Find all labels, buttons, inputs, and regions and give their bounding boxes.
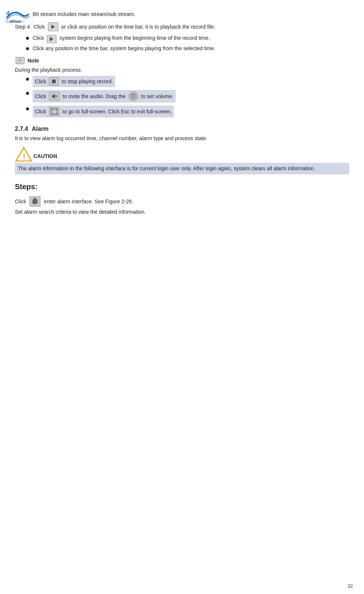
stop-icon[interactable] [49, 77, 59, 85]
note-mute-highlight: Click to mute the audio. Drag the [33, 90, 176, 103]
note-desc: During the playback process: [15, 67, 349, 73]
svg-text:TECHNOLOGY: TECHNOLOGY [5, 20, 24, 23]
steps-click-line: Click enter alarm interface. See Figure … [15, 196, 349, 207]
section-274: 2.7.4 Alarm [15, 126, 349, 132]
steps-click-rest: enter alarm interface. See Figure 2-26. [44, 198, 133, 204]
bullet-dot [26, 47, 29, 50]
svg-marker-8 [52, 94, 55, 99]
sub-bullet-1-rest: system begins playing from the beginning… [59, 35, 210, 41]
caution-header: ! CAUTION [15, 146, 349, 162]
note-fullscreen-highlight: Click to go to full-screen. Click Esc to… [33, 106, 174, 117]
bullet-dot [26, 107, 29, 110]
fullscreen-icon[interactable] [49, 107, 59, 116]
caution-text: The alarm information in the following i… [15, 163, 349, 174]
steps-click-label: Click [15, 198, 26, 204]
step4-click-label: Click [33, 24, 45, 30]
logo: alhua d TECHNOLOGY [4, 4, 33, 26]
steps-set-line: Set alarm search criteria to view the de… [15, 209, 349, 215]
caution-triangle-icon: ! [15, 146, 33, 162]
step4-rest: or click any position on the time bar, i… [61, 24, 215, 30]
caution-label: CAUTION [33, 153, 57, 159]
bullet-bitstream: Bit stream includes main stream/sub stre… [26, 11, 349, 17]
note-label: Note [27, 58, 39, 64]
note-icon [15, 57, 25, 65]
note-item-stop: Click to stop playing record. [26, 76, 349, 87]
step4-line: Step 4 Click or click any position on th… [15, 22, 349, 31]
note-header: Note [15, 57, 349, 65]
bullet-dot [26, 37, 29, 40]
bullet-dot [26, 92, 29, 95]
note-fs-rest: to go to full-screen. Click Esc to exit … [62, 109, 172, 114]
note-mute-rest2: to set volume. [141, 93, 173, 99]
sub-bullet-2-text: Click any position in the time bar, syst… [33, 45, 215, 51]
section-desc: It is to view alarm log occurred time, c… [15, 135, 349, 141]
note-mute-click: Click [35, 93, 46, 99]
note-stop-click: Click [35, 78, 46, 84]
svg-text:d: d [6, 10, 10, 16]
bullet-dot [26, 78, 29, 81]
svg-point-12 [133, 96, 134, 97]
note-stop-highlight: Click to stop playing record. [33, 76, 115, 87]
sub-play-icon[interactable] [47, 35, 56, 43]
play-icon[interactable] [48, 22, 58, 31]
volume-knob-icon[interactable] [129, 91, 138, 101]
alarm-icon[interactable] [29, 196, 40, 207]
bullet-bitstream-text: Bit stream includes main stream/sub stre… [33, 11, 135, 17]
section-num: 2.7.4 [15, 126, 28, 132]
sub-bullet-1: Click system begins playing from the beg… [26, 35, 349, 43]
svg-point-17 [34, 203, 36, 205]
sub-bullet-1-click: Click [33, 35, 44, 41]
steps-section: Steps: Click enter alarm interface. See … [15, 183, 349, 215]
note-section: Note During the playback process: Click … [15, 57, 349, 117]
note-item-fullscreen: Click to go to full-screen. Click Esc to… [26, 106, 349, 117]
mute-icon[interactable] [49, 92, 59, 101]
svg-text:!: ! [23, 152, 25, 161]
note-fs-click: Click [35, 109, 46, 114]
sub-bullet-2: Click any position in the time bar, syst… [26, 45, 349, 51]
note-mute-rest: to mute the audio. Drag the [62, 93, 126, 99]
caution-block: ! CAUTION The alarm information in the f… [15, 146, 349, 174]
section-title: Alarm [32, 126, 48, 132]
steps-heading: Steps: [15, 183, 349, 191]
svg-rect-14 [51, 109, 57, 114]
note-stop-rest: to stop playing record. [62, 78, 113, 84]
note-item-mute: Click to mute the audio. Drag the [26, 90, 349, 103]
page-number: 32 [348, 583, 353, 589]
